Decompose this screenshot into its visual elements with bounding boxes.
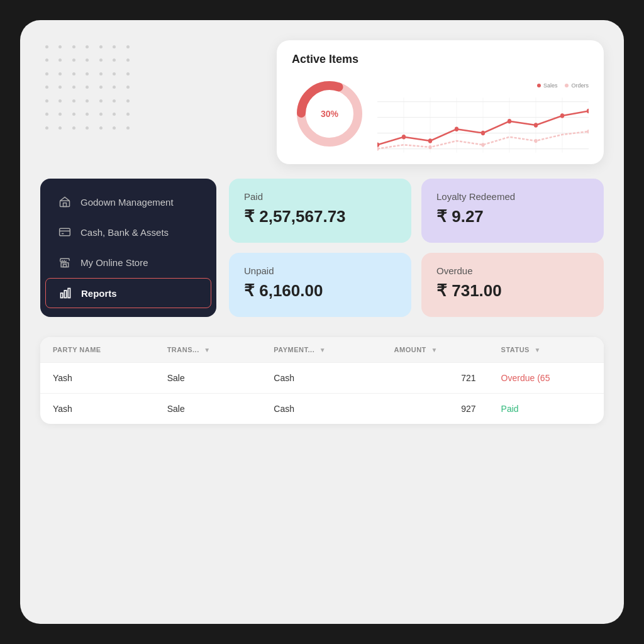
donut-percent-label: 30% <box>321 109 338 119</box>
svg-rect-29 <box>64 203 67 207</box>
cash-icon <box>58 225 72 239</box>
svg-point-19 <box>508 119 511 124</box>
svg-point-26 <box>534 139 537 143</box>
sidebar-item-reports-label: Reports <box>81 288 117 299</box>
svg-rect-36 <box>64 291 66 298</box>
filter-icon-payment[interactable]: ▼ <box>319 347 326 353</box>
stats-grid: Paid ₹ 2,57,567.73 Loyalty Redeemed ₹ 9.… <box>229 179 604 317</box>
cell-payment-1: Cash <box>261 394 381 425</box>
sidebar-item-cash-label: Cash, Bank & Assets <box>80 227 169 238</box>
svg-rect-34 <box>64 264 67 267</box>
cell-status-1: Paid <box>489 394 604 425</box>
svg-point-14 <box>377 143 379 148</box>
table-body: Yash Sale Cash 721 Overdue (65 Yash Sale… <box>40 363 604 425</box>
cell-payment-0: Cash <box>261 363 381 394</box>
filter-icon-trans[interactable]: ▼ <box>204 347 210 353</box>
dot-pattern <box>45 45 133 133</box>
stat-card-unpaid: Unpaid ₹ 6,160.00 <box>229 253 411 317</box>
filter-icon-amount[interactable]: ▼ <box>431 347 437 353</box>
svg-rect-30 <box>60 228 70 236</box>
svg-rect-35 <box>61 293 63 298</box>
svg-point-24 <box>428 145 431 149</box>
legend-orders-label: Orders <box>571 82 589 89</box>
sidebar-item-cash[interactable]: Cash, Bank & Assets <box>45 218 211 247</box>
chart-legend: Sales Orders <box>537 82 589 89</box>
svg-point-18 <box>481 131 485 136</box>
svg-point-16 <box>428 138 432 143</box>
sidebar-item-store-label: My Online Store <box>80 257 148 268</box>
svg-rect-28 <box>60 201 70 206</box>
active-items-title: Active Items <box>292 53 589 66</box>
main-container: Active Items 30% Sales <box>20 20 624 624</box>
svg-point-15 <box>402 135 406 140</box>
cell-amount-1: 927 <box>382 394 489 425</box>
col-payment[interactable]: PAYMENT... ▼ <box>261 337 381 363</box>
col-trans[interactable]: TRANS... ▼ <box>155 337 262 363</box>
transactions-table: PARTY NAME TRANS... ▼ PAYMENT... ▼ AMOUN… <box>40 337 604 424</box>
cell-trans-1: Sale <box>155 394 262 425</box>
main-content: Godown Management Cash, Bank & Assets <box>40 179 604 317</box>
svg-point-23 <box>377 147 379 150</box>
legend-orders: Orders <box>565 82 589 89</box>
legend-sales-label: Sales <box>543 82 558 89</box>
donut-chart: 30% <box>292 76 367 152</box>
store-icon <box>58 255 72 269</box>
legend-sales: Sales <box>537 82 558 89</box>
godown-icon <box>58 195 72 209</box>
cell-status-0: Overdue (65 <box>489 363 604 394</box>
table-row: Yash Sale Cash 927 Paid <box>40 394 604 425</box>
sidebar-item-store[interactable]: My Online Store <box>45 248 211 277</box>
stat-card-overdue: Overdue ₹ 731.00 <box>421 253 604 317</box>
line-chart: Sales Orders <box>377 82 589 145</box>
sidebar: Godown Management Cash, Bank & Assets <box>40 179 216 317</box>
active-items-card: Active Items 30% Sales <box>277 40 604 164</box>
sidebar-item-godown[interactable]: Godown Management <box>45 187 211 216</box>
active-items-body: 30% Sales Orders <box>292 76 589 152</box>
stat-unpaid-value: ₹ 6,160.00 <box>244 281 396 301</box>
svg-point-25 <box>481 143 484 147</box>
stat-loyalty-label: Loyalty Redeemed <box>436 191 589 202</box>
col-party[interactable]: PARTY NAME <box>40 337 155 363</box>
svg-rect-33 <box>61 263 69 267</box>
table-row: Yash Sale Cash 721 Overdue (65 <box>40 363 604 394</box>
sidebar-item-reports[interactable]: Reports <box>45 278 211 308</box>
svg-rect-37 <box>68 289 70 298</box>
stat-unpaid-label: Unpaid <box>244 265 396 276</box>
svg-point-21 <box>560 113 564 118</box>
col-status[interactable]: STATUS ▼ <box>489 337 604 363</box>
svg-point-17 <box>455 127 458 132</box>
stat-loyalty-value: ₹ 9.27 <box>436 207 589 226</box>
cell-party-1: Yash <box>40 394 155 425</box>
stat-card-loyalty: Loyalty Redeemed ₹ 9.27 <box>421 179 604 243</box>
cell-party-0: Yash <box>40 363 155 394</box>
svg-point-22 <box>587 109 589 114</box>
stat-paid-label: Paid <box>244 191 396 202</box>
stat-paid-value: ₹ 2,57,567.73 <box>244 207 396 226</box>
table-header-row: PARTY NAME TRANS... ▼ PAYMENT... ▼ AMOUN… <box>40 337 604 363</box>
col-amount[interactable]: AMOUNT ▼ <box>382 337 489 363</box>
reports-icon <box>58 286 72 300</box>
stat-overdue-value: ₹ 731.00 <box>436 281 589 301</box>
svg-point-20 <box>534 123 538 128</box>
stat-overdue-label: Overdue <box>436 265 589 276</box>
cell-trans-0: Sale <box>155 363 262 394</box>
cell-amount-0: 721 <box>382 363 489 394</box>
stat-card-paid: Paid ₹ 2,57,567.73 <box>229 179 411 243</box>
filter-icon-status[interactable]: ▼ <box>535 347 541 353</box>
transactions-table-section: PARTY NAME TRANS... ▼ PAYMENT... ▼ AMOUN… <box>40 337 604 424</box>
sidebar-item-godown-label: Godown Management <box>80 197 174 208</box>
